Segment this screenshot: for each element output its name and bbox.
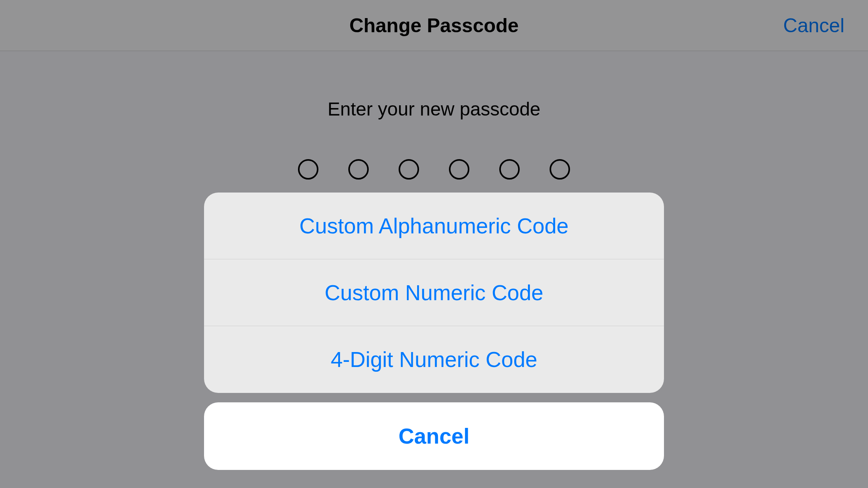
action-sheet-cancel-button[interactable]: Cancel (204, 402, 664, 470)
option-custom-numeric[interactable]: Custom Numeric Code (204, 259, 664, 326)
option-custom-alphanumeric[interactable]: Custom Alphanumeric Code (204, 193, 664, 259)
action-sheet: Custom Alphanumeric Code Custom Numeric … (204, 193, 664, 470)
action-sheet-options: Custom Alphanumeric Code Custom Numeric … (204, 193, 664, 393)
option-4-digit[interactable]: 4-Digit Numeric Code (204, 326, 664, 393)
